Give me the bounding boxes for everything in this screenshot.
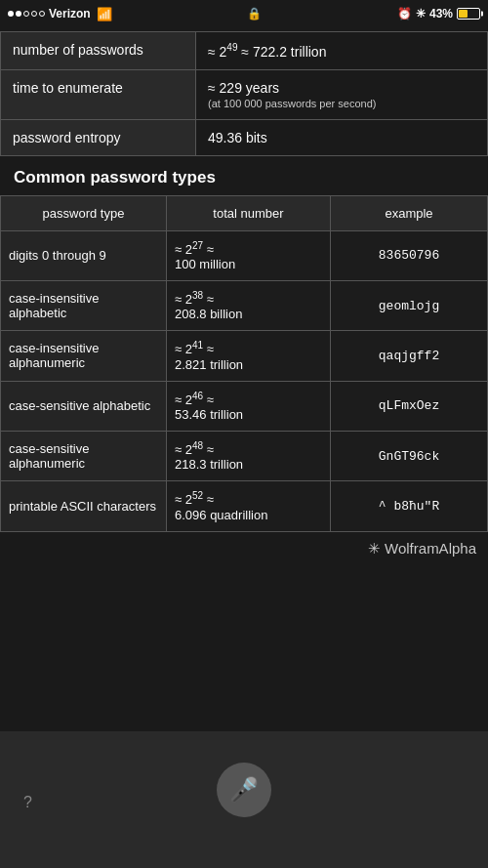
stats-label-passwords: number of passwords <box>1 32 196 70</box>
exp-48: 48 <box>192 440 203 451</box>
total-digits: ≈ 227 ≈100 million <box>167 230 331 280</box>
stats-row-passwords: number of passwords ≈ 249 ≈ 722.2 trilli… <box>1 32 488 70</box>
types-table: password type total number example digit… <box>0 195 488 532</box>
exp-38: 38 <box>192 290 203 301</box>
table-row: case-insensitive alphabetic ≈ 238 ≈208.8… <box>1 280 488 330</box>
battery-indicator <box>457 8 480 20</box>
stats-label-time: time to enumerate <box>1 69 196 119</box>
table-row: case-sensitive alphanumeric ≈ 248 ≈218.3… <box>1 431 488 480</box>
col-header-type: password type <box>1 195 167 230</box>
signal-dot-5 <box>39 11 45 17</box>
microphone-icon: 🎤 <box>229 776 259 804</box>
wolfram-name: WolframAlpha <box>385 540 476 557</box>
col-header-example: example <box>331 195 488 230</box>
total-cs-alphanum: ≈ 248 ≈218.3 trillion <box>167 431 331 480</box>
status-left: Verizon 📶 <box>8 7 112 21</box>
total-ci-alpha: ≈ 238 ≈208.8 billion <box>167 280 331 330</box>
example-ci-alpha: geomlojg <box>331 280 488 330</box>
total-printable-ascii: ≈ 252 ≈6.096 quadrillion <box>167 481 331 531</box>
stats-table: number of passwords ≈ 249 ≈ 722.2 trilli… <box>0 31 488 156</box>
total-ci-alphanum: ≈ 241 ≈2.821 trillion <box>167 331 331 381</box>
stats-time-note: (at 100 000 passwords per second) <box>208 98 475 109</box>
signal-dot-3 <box>23 11 29 17</box>
battery-fill <box>459 10 468 18</box>
stats-value-passwords: ≈ 249 ≈ 722.2 trillion <box>196 32 488 70</box>
col-header-total: total number <box>167 195 331 230</box>
exp-41: 41 <box>192 340 203 351</box>
main-content: number of passwords ≈ 249 ≈ 722.2 trilli… <box>0 27 488 565</box>
types-table-header-row: password type total number example <box>1 195 488 230</box>
signal-dots <box>8 11 45 17</box>
table-row: printable ASCII characters ≈ 252 ≈6.096 … <box>1 481 488 531</box>
type-ci-alphanum: case-insensitive alphanumeric <box>1 331 167 381</box>
wifi-icon: 📶 <box>97 7 112 21</box>
type-digits: digits 0 through 9 <box>1 230 167 280</box>
example-digits: 83650796 <box>331 230 488 280</box>
type-printable-ascii: printable ASCII characters <box>1 481 167 531</box>
bottom-bar: ? 🎤 <box>0 731 488 868</box>
carrier-label: Verizon <box>49 7 91 21</box>
wolfram-brand: ✳ WolframAlpha <box>0 532 488 565</box>
table-row: case-sensitive alphabetic ≈ 246 ≈53.46 t… <box>1 381 488 431</box>
status-right: ⏰ ✳ 43% <box>397 7 480 21</box>
lock-icon: 🔒 <box>247 7 262 21</box>
exp-52: 52 <box>192 490 203 501</box>
help-question-mark[interactable]: ? <box>23 794 32 811</box>
exp-46: 46 <box>192 391 203 401</box>
example-ci-alphanum: qaqjgff2 <box>331 331 488 381</box>
stats-row-time: time to enumerate ≈ 229 years (at 100 00… <box>1 69 488 119</box>
table-row: digits 0 through 9 ≈ 227 ≈100 million 83… <box>1 230 488 280</box>
stats-value-entropy: 49.36 bits <box>196 119 488 155</box>
example-printable-ascii: ^ b8ħu"R <box>331 481 488 531</box>
signal-dot-4 <box>31 11 37 17</box>
mic-button[interactable]: 🎤 <box>217 763 271 817</box>
status-bar: Verizon 📶 🔒 ⏰ ✳ 43% <box>0 0 488 27</box>
wolfram-logo-icon: ✳ <box>368 540 381 558</box>
example-cs-alpha: qLFmxOez <box>331 381 488 431</box>
stats-row-entropy: password entropy 49.36 bits <box>1 119 488 155</box>
stats-label-entropy: password entropy <box>1 119 196 155</box>
exp-27: 27 <box>192 240 203 251</box>
stats-value-time: ≈ 229 years (at 100 000 passwords per se… <box>196 69 488 119</box>
table-row: case-insensitive alphanumeric ≈ 241 ≈2.8… <box>1 331 488 381</box>
type-ci-alpha: case-insensitive alphabetic <box>1 280 167 330</box>
bluetooth-icon: ✳ <box>416 7 426 21</box>
battery-percent: 43% <box>429 7 453 21</box>
example-cs-alphanum: GnGT96ck <box>331 431 488 480</box>
type-cs-alpha: case-sensitive alphabetic <box>1 381 167 431</box>
section-heading: Common password types <box>0 156 488 195</box>
type-cs-alphanum: case-sensitive alphanumeric <box>1 431 167 480</box>
signal-dot-2 <box>16 11 21 17</box>
signal-dot-1 <box>8 11 14 17</box>
exponent-49: 49 <box>226 42 237 53</box>
total-cs-alpha: ≈ 246 ≈53.46 trillion <box>167 381 331 431</box>
alarm-icon: ⏰ <box>397 7 412 21</box>
